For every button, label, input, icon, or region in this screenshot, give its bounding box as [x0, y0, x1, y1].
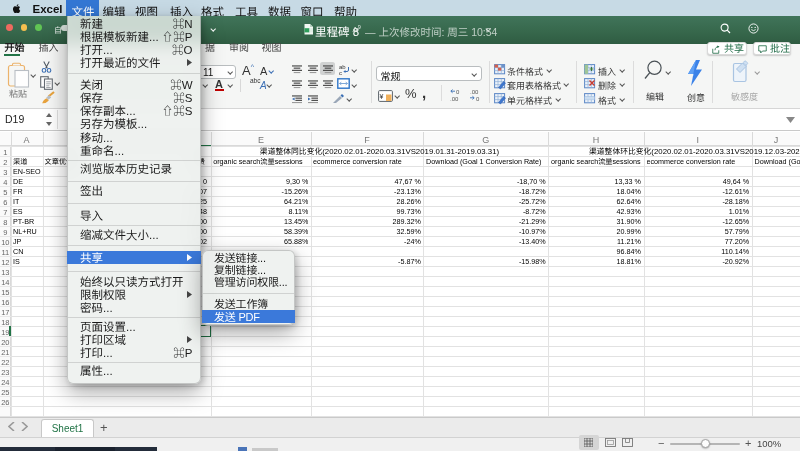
svg-text:.00: .00: [470, 89, 479, 95]
svg-text:¥: ¥: [379, 92, 383, 99]
svg-text:0: 0: [476, 95, 480, 101]
svg-text:c: c: [339, 69, 342, 75]
svg-text:.00: .00: [450, 95, 459, 101]
svg-text:0: 0: [456, 89, 460, 95]
